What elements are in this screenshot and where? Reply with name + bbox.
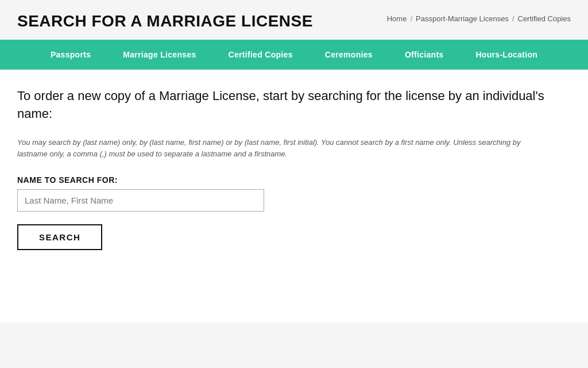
nav-officiants[interactable]: Officiants	[389, 40, 460, 70]
main-content: To order a new copy of a Marriage Licens…	[0, 70, 588, 323]
breadcrumb: Home / Passport-Marriage Licenses / Cert…	[387, 12, 571, 23]
name-field-label: Name to Search For:	[17, 175, 571, 185]
nav-passports[interactable]: Passports	[34, 40, 107, 70]
nav-ceremonies[interactable]: Ceremonies	[309, 40, 389, 70]
breadcrumb-separator-1: /	[410, 14, 412, 23]
header: Search for a Marriage License Home / Pas…	[0, 0, 588, 40]
nav-certified-copies[interactable]: Certified Copies	[212, 40, 309, 70]
breadcrumb-separator-2: /	[512, 14, 514, 23]
name-search-input[interactable]	[17, 189, 264, 212]
breadcrumb-current: Certified Copies	[518, 14, 571, 23]
search-button[interactable]: Search	[17, 224, 102, 250]
nav-bar: Passports Marriage Licenses Certified Co…	[0, 40, 588, 70]
breadcrumb-parent[interactable]: Passport-Marriage Licenses	[416, 14, 509, 23]
breadcrumb-home[interactable]: Home	[387, 14, 407, 23]
page-title: Search for a Marriage License	[17, 12, 313, 31]
instructions-text: You may search by (last name) only, by (…	[17, 137, 534, 159]
nav-hours-location[interactable]: Hours-Location	[459, 40, 554, 70]
intro-heading: To order a new copy of a Marriage Licens…	[17, 87, 568, 124]
nav-marriage-licenses[interactable]: Marriage Licenses	[107, 40, 212, 70]
search-form: Name to Search For: Search	[17, 175, 571, 250]
